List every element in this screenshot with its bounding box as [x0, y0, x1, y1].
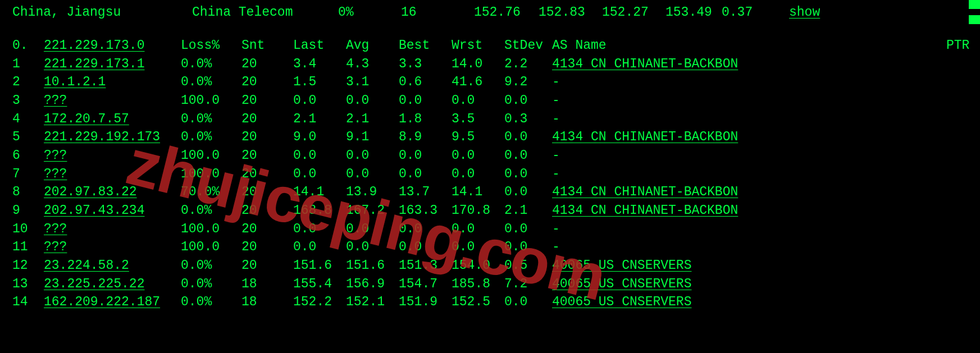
col-loss: Loss% [181, 36, 241, 55]
summary-val-2: 152.83 [539, 5, 602, 20]
cell-avg: 167.2 [346, 201, 399, 220]
cell-wrst: 0.0 [452, 220, 504, 239]
cell-hop: 10 [12, 220, 44, 239]
cell-wrst: 154.0 [452, 256, 504, 275]
cell-loss: 70.0% [181, 183, 241, 201]
cell-last: 9.0 [293, 128, 346, 146]
cell-asname: - [552, 165, 980, 184]
cell-stdev: 0.0 [504, 165, 552, 184]
cell-last: 151.6 [293, 256, 346, 275]
col-ip: 221.229.173.0 [44, 36, 181, 55]
cell-asname[interactable]: 4134 CN CHINANET-BACKBON [552, 55, 980, 74]
gutter-indicator-2 [969, 15, 980, 24]
cell-stdev: 0.0 [504, 128, 552, 146]
cell-loss: 0.0% [181, 55, 241, 74]
cell-asname[interactable]: 4134 CN CHINANET-BACKBON [552, 183, 980, 201]
cell-last: 0.0 [293, 146, 346, 165]
cell-best: 0.0 [399, 146, 452, 165]
cell-ip[interactable]: 10.1.2.1 [44, 73, 181, 91]
cell-ip[interactable]: 23.224.58.2 [44, 256, 181, 275]
table-row: 14162.209.222.1870.0%18152.2152.1151.915… [12, 293, 980, 311]
table-row: 9202.97.43.2340.0%20168.8167.2163.3170.8… [12, 201, 980, 220]
cell-avg: 0.0 [346, 146, 399, 165]
cell-loss: 100.0 [181, 220, 241, 239]
table-row: 5221.229.192.1730.0%209.09.18.99.50.0413… [12, 128, 980, 146]
cell-asname[interactable]: 40065 US CNSERVERS [552, 293, 980, 311]
cell-ip[interactable]: ??? [44, 238, 181, 256]
cell-loss: 100.0 [181, 165, 241, 184]
cell-ip[interactable]: 23.225.225.22 [44, 275, 181, 294]
cell-hop: 9 [12, 201, 44, 220]
cell-stdev: 0.0 [504, 220, 552, 239]
cell-stdev: 0.3 [504, 110, 552, 129]
cell-last: 3.4 [293, 55, 346, 74]
table-row: 8202.97.83.2270.0%2014.113.913.714.10.04… [12, 183, 980, 201]
cell-hop: 7 [12, 165, 44, 184]
cell-asname[interactable]: 40065 US CNSERVERS [552, 275, 980, 294]
cell-avg: 0.0 [346, 220, 399, 239]
cell-snt: 20 [241, 238, 293, 256]
table-row: 10???100.0200.00.00.00.00.0- [12, 220, 980, 239]
cell-avg: 0.0 [346, 91, 399, 110]
cell-avg: 13.9 [346, 183, 399, 201]
cell-asname[interactable]: 40065 US CNSERVERS [552, 256, 980, 275]
cell-hop: 11 [12, 238, 44, 256]
cell-best: 0.0 [399, 238, 452, 256]
cell-loss: 100.0 [181, 238, 241, 256]
cell-snt: 20 [241, 73, 293, 91]
cell-avg: 2.1 [346, 110, 399, 129]
cell-ip[interactable]: 202.97.43.234 [44, 201, 181, 220]
cell-best: 0.0 [399, 165, 452, 184]
cell-ip[interactable]: ??? [44, 91, 181, 110]
cell-hop: 2 [12, 73, 44, 91]
cell-asname[interactable]: 4134 CN CHINANET-BACKBON [552, 128, 980, 146]
cell-snt: 20 [241, 55, 293, 74]
cell-last: 0.0 [293, 238, 346, 256]
cell-wrst: 170.8 [452, 201, 504, 220]
cell-snt: 18 [241, 293, 293, 311]
cell-hop: 1 [12, 55, 44, 74]
cell-stdev: 2.1 [504, 201, 552, 220]
table-row: 1223.224.58.20.0%20151.6151.6151.3154.00… [12, 256, 980, 275]
right-gutter [969, 0, 980, 353]
cell-last: 2.1 [293, 110, 346, 129]
gutter-indicator-1 [969, 0, 980, 9]
cell-ip[interactable]: ??? [44, 220, 181, 239]
cell-snt: 20 [241, 91, 293, 110]
cell-hop: 3 [12, 91, 44, 110]
cell-ip[interactable]: ??? [44, 146, 181, 165]
cell-snt: 20 [241, 110, 293, 129]
cell-wrst: 9.5 [452, 128, 504, 146]
cell-ip[interactable]: 202.97.83.22 [44, 183, 181, 201]
cell-snt: 20 [241, 220, 293, 239]
cell-ip[interactable]: 162.209.222.187 [44, 293, 181, 311]
cell-ip[interactable]: 221.229.173.1 [44, 55, 181, 74]
cell-ip[interactable]: 172.20.7.57 [44, 110, 181, 129]
show-link[interactable]: show [789, 5, 820, 20]
cell-asname[interactable]: 4134 CN CHINANET-BACKBON [552, 201, 980, 220]
cell-avg: 9.1 [346, 128, 399, 146]
summary-provider: China Telecom [192, 5, 338, 20]
cell-snt: 20 [241, 256, 293, 275]
traceroute-table: 0. 221.229.173.0 Loss% Snt Last Avg Best… [12, 36, 980, 311]
cell-loss: 0.0% [181, 275, 241, 294]
cell-last: 14.1 [293, 183, 346, 201]
col-stdev: StDev [504, 36, 552, 55]
cell-best: 0.0 [399, 220, 452, 239]
cell-best: 163.3 [399, 201, 452, 220]
summary-loss: 0% [338, 5, 401, 20]
cell-hop: 13 [12, 275, 44, 294]
summary-val-3: 152.27 [602, 5, 666, 20]
col-best: Best [399, 36, 452, 55]
summary-val-5: 0.37 [722, 5, 789, 20]
cell-ip[interactable]: ??? [44, 165, 181, 184]
col-last: Last [293, 36, 346, 55]
cell-last: 168.8 [293, 201, 346, 220]
cell-ip[interactable]: 221.229.192.173 [44, 128, 181, 146]
cell-asname: - [552, 238, 980, 256]
cell-loss: 0.0% [181, 128, 241, 146]
summary-row: China, Jiangsu China Telecom 0% 16 152.7… [12, 5, 980, 20]
table-row: 11???100.0200.00.00.00.00.0- [12, 238, 980, 256]
summary-val-1: 152.76 [474, 5, 539, 20]
cell-wrst: 185.8 [452, 275, 504, 294]
